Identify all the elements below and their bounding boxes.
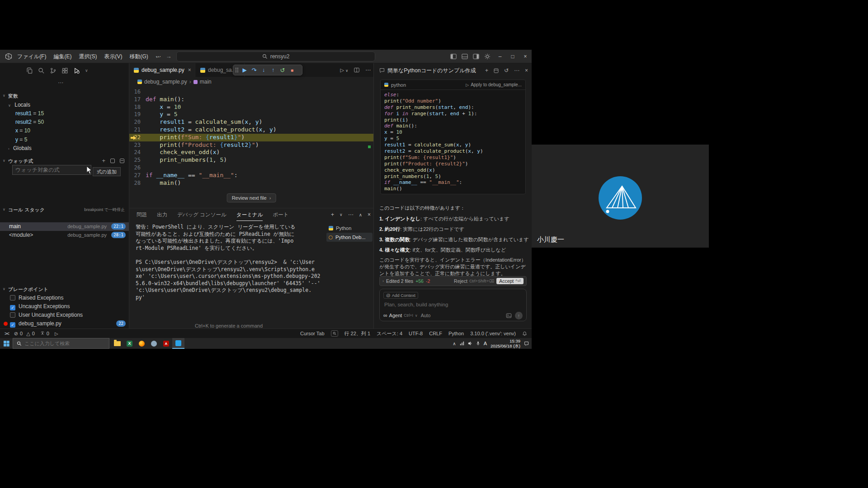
- code-line[interactable]: 16: [129, 88, 373, 96]
- start-button[interactable]: [4, 341, 9, 347]
- adobe-reader-icon[interactable]: A: [160, 338, 172, 349]
- add-context-chip[interactable]: @ Add Context: [383, 292, 418, 299]
- tab-ports[interactable]: ポート: [273, 209, 288, 221]
- extensions-icon[interactable]: [61, 67, 68, 74]
- line-number[interactable]: 18: [129, 103, 146, 111]
- globals-scope-row[interactable]: › Globals: [0, 144, 129, 153]
- menu-edit[interactable]: 編集(E): [50, 50, 75, 63]
- tab-problems[interactable]: 問題: [137, 209, 147, 221]
- terminal-output[interactable]: 警告: PowerShell により、スクリーン リーダーを使用している可能性が…: [136, 224, 326, 301]
- breakpoints-section-header[interactable]: ∨ ブレークポイント: [0, 286, 129, 293]
- cursor-tab-indicator[interactable]: Cursor Tab: [300, 331, 325, 336]
- code-line[interactable]: main(): [384, 186, 523, 192]
- ai-code-content[interactable]: else:print("Odd number")def print_number…: [381, 90, 525, 194]
- toggle-panel-icon[interactable]: [450, 53, 457, 60]
- breakpoint-row[interactable]: User Uncaught Exceptions: [0, 311, 129, 319]
- menu-file[interactable]: ファイル(F): [14, 50, 50, 63]
- breakpoint-checkbox[interactable]: ✓: [10, 305, 15, 310]
- send-button[interactable]: ↑: [515, 312, 523, 319]
- line-number[interactable]: 26: [129, 164, 146, 172]
- breadcrumb[interactable]: debug_sample.py › main: [129, 77, 373, 87]
- line-number[interactable]: 24: [129, 149, 146, 156]
- code-line[interactable]: 27if __name__ == "__main__":: [129, 172, 373, 179]
- reject-button[interactable]: Reject Ctrl+Shift+⌫: [454, 278, 494, 284]
- code-line[interactable]: for i in range(start, end + 1):: [384, 111, 523, 117]
- variable-row[interactable]: result2 = 50: [0, 118, 129, 127]
- tab-debug-console[interactable]: デバッグ コンソール: [177, 209, 226, 221]
- apply-button[interactable]: Apply to debug_sample...: [471, 82, 522, 87]
- debug-stop-button[interactable]: ■: [288, 68, 297, 73]
- breakpoint-row[interactable]: ✓Uncaught Exceptions: [0, 302, 129, 311]
- run-python-file-button[interactable]: ▷ ∨: [340, 67, 348, 73]
- code-line[interactable]: print(i): [384, 117, 523, 123]
- call-stack-section-header[interactable]: ∨ コール スタック breakpoint で一時停止: [0, 206, 129, 213]
- line-number[interactable]: 25: [129, 156, 146, 164]
- watch-expression-input[interactable]: [12, 165, 91, 175]
- debug-step-out-button[interactable]: ↑: [269, 67, 278, 73]
- taskbar-search-input[interactable]: [24, 341, 101, 346]
- breakpoint-checkbox[interactable]: ✓: [10, 322, 15, 328]
- split-editor-icon[interactable]: [354, 67, 359, 73]
- taskbar-clock[interactable]: 15:39 2025/06/18 (水): [491, 338, 520, 348]
- code-line[interactable]: result2 = calculate_product(x, y): [384, 148, 523, 155]
- code-line[interactable]: def print_numbers(start, end):: [384, 104, 523, 111]
- panel-maximize-icon[interactable]: ∧: [359, 212, 362, 217]
- python-interpreter[interactable]: 3.10.0 ('.venv': venv): [470, 331, 516, 336]
- stack-frame-row[interactable]: <module> debug_sample.py 28:1: [0, 231, 129, 239]
- collapse-all-icon[interactable]: [110, 159, 115, 163]
- ime-indicator[interactable]: A: [484, 341, 487, 346]
- line-number[interactable]: 17: [129, 96, 146, 103]
- ai-more-icon[interactable]: ⋯: [514, 67, 519, 74]
- settings-gear-icon[interactable]: [484, 53, 491, 60]
- code-line[interactable]: if __name__ == "__main__":: [384, 179, 523, 186]
- new-terminal-icon[interactable]: +: [331, 211, 334, 218]
- minimize-button[interactable]: –: [494, 50, 506, 63]
- app-circle-icon[interactable]: [148, 338, 160, 349]
- views-chevron-icon[interactable]: ∨: [85, 68, 88, 73]
- variable-row[interactable]: y = 5: [0, 136, 129, 144]
- run-and-debug-icon[interactable]: [73, 67, 80, 74]
- remote-indicator[interactable]: ><: [5, 331, 9, 336]
- chat-input-placeholder[interactable]: Plan, search, build anything: [384, 302, 448, 307]
- editor-more-icon[interactable]: ⋯: [365, 67, 371, 73]
- debug-step-into-button[interactable]: ↓: [259, 67, 268, 73]
- line-number[interactable]: 21: [129, 126, 146, 134]
- code-line[interactable]: print("Odd number"): [384, 98, 523, 104]
- debug-step-over-button[interactable]: ↷: [250, 67, 259, 74]
- firefox-icon[interactable]: [136, 338, 148, 349]
- terminal-list-item-selected[interactable]: Python Deb...: [326, 233, 373, 242]
- section-more-icon[interactable]: [120, 159, 124, 163]
- nav-back-icon[interactable]: ←: [153, 52, 163, 61]
- line-number[interactable]: 16: [129, 88, 146, 96]
- agent-mode-selector[interactable]: ∞ Agent Ctrl+I ∨: [383, 312, 418, 319]
- code-line[interactable]: check_even_odd(x): [384, 167, 523, 174]
- search-view-icon[interactable]: [38, 67, 45, 74]
- ai-close-icon[interactable]: ×: [525, 67, 528, 74]
- sidebar-more-icon[interactable]: ⋯: [58, 80, 63, 86]
- code-line[interactable]: print_numbers(1, 5): [384, 174, 523, 180]
- cursor-position[interactable]: 行 22、列 1: [344, 330, 370, 337]
- action-center-icon[interactable]: [524, 341, 529, 346]
- model-selector[interactable]: Auto: [421, 313, 431, 318]
- language-mode[interactable]: Python: [448, 331, 464, 336]
- menu-view[interactable]: 表示(V): [100, 50, 126, 63]
- debug-continue-button[interactable]: ▶: [240, 67, 249, 73]
- excel-icon[interactable]: X: [123, 338, 136, 349]
- code-line[interactable]: print(f"Product: {result2}"): [384, 161, 523, 167]
- breakpoint-row[interactable]: Raised Exceptions: [0, 294, 129, 302]
- code-line[interactable]: 20 result1 = calculate_sum(x, y): [129, 118, 373, 126]
- line-number[interactable]: 19: [129, 111, 146, 118]
- menu-go[interactable]: 移動(G): [126, 50, 151, 63]
- code-line[interactable]: 19 y = 5: [129, 111, 373, 118]
- ai-chat-title[interactable]: 簡単なPythonコードのサンプル作成: [387, 63, 476, 78]
- tab-close-icon[interactable]: ×: [188, 67, 191, 73]
- code-line[interactable]: print(f"Sum: {result1}"): [384, 155, 523, 161]
- vscode-taskbar-icon[interactable]: [172, 338, 184, 349]
- debug-restart-button[interactable]: ↺: [278, 67, 287, 74]
- open-editor-icon[interactable]: [494, 68, 499, 73]
- panel-more-icon[interactable]: ⋯: [348, 211, 354, 218]
- nav-forward-icon[interactable]: →: [164, 52, 174, 61]
- maximize-button[interactable]: □: [506, 50, 519, 63]
- line-number[interactable]: 23: [129, 141, 146, 149]
- code-line[interactable]: 24 check_even_odd(x): [129, 149, 373, 156]
